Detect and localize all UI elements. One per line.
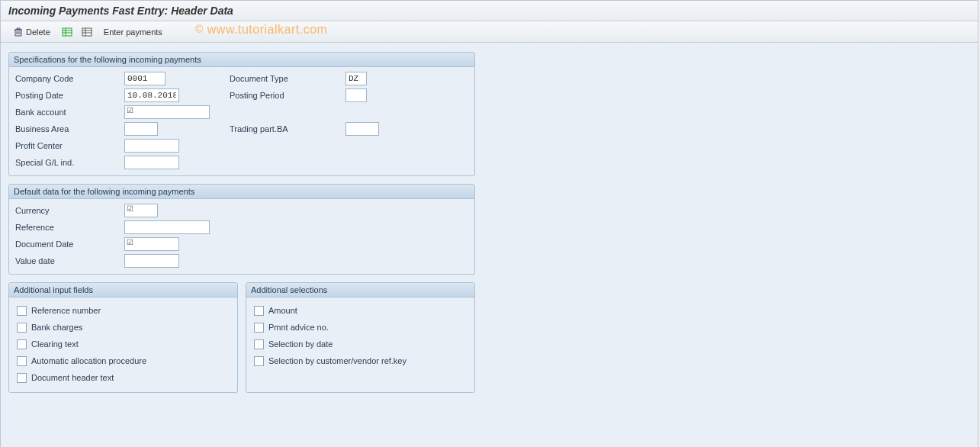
selection-by-date-checkbox-label: Selection by date	[268, 339, 333, 349]
posting-date-label: Posting Date	[14, 91, 124, 100]
clearing-text-checkbox-label: Clearing text	[31, 339, 79, 349]
selection-by-customer-vendor-checkbox[interactable]	[254, 356, 264, 366]
currency-input[interactable]	[124, 204, 158, 217]
toolbar-icon-button-1[interactable]	[59, 25, 75, 39]
delete-button[interactable]: Delete	[8, 25, 55, 39]
grid-green-icon	[62, 27, 72, 37]
group-specifications-header: Specifications for the following incomin…	[9, 53, 474, 67]
value-date-label: Value date	[14, 256, 124, 265]
document-header-text-checkbox[interactable]	[17, 373, 27, 383]
document-date-label: Document Date	[14, 240, 124, 249]
company-code-label: Company Code	[14, 74, 124, 83]
business-area-label: Business Area	[14, 124, 124, 133]
selection-by-customer-vendor-checkbox-label: Selection by customer/vendor ref.key	[268, 356, 406, 365]
reference-input[interactable]	[124, 220, 210, 234]
bank-account-input[interactable]	[124, 105, 210, 119]
business-area-input[interactable]	[124, 122, 158, 136]
watermark-text: © www.tutorialkart.com	[195, 23, 327, 37]
bank-charges-checkbox[interactable]	[17, 323, 27, 333]
pmnt-advice-no-checkbox-label: Pmnt advice no.	[268, 323, 329, 332]
amount-checkbox[interactable]	[254, 306, 264, 316]
enter-payments-label: Enter payments	[104, 27, 162, 37]
grid-icon	[82, 27, 92, 37]
trading-part-ba-input[interactable]	[345, 122, 379, 136]
trading-part-ba-label: Trading part.BA	[230, 124, 345, 133]
posting-date-input[interactable]	[124, 88, 179, 102]
toolbar-icon-button-2[interactable]	[79, 25, 95, 39]
svg-rect-0	[63, 28, 72, 36]
delete-button-label: Delete	[26, 27, 50, 37]
reference-number-checkbox-label: Reference number	[31, 306, 101, 315]
group-additional-selections-header: Additional selections	[246, 283, 474, 297]
bank-charges-checkbox-label: Bank charges	[31, 323, 82, 332]
page-title: Incoming Payments Fast Entry: Header Dat…	[1, 1, 978, 21]
special-gl-label: Special G/L ind.	[14, 158, 124, 167]
svg-rect-4	[82, 28, 92, 36]
content-area: Specifications for the following incomin…	[1, 43, 978, 447]
profit-center-input[interactable]	[124, 139, 179, 153]
automatic-allocation-checkbox[interactable]	[17, 356, 27, 366]
group-default-data: Default data for the following incoming …	[8, 184, 475, 275]
bank-account-label: Bank account	[14, 108, 124, 117]
value-date-input[interactable]	[124, 254, 179, 268]
group-additional-input-fields-header: Additional input fields	[9, 283, 237, 297]
currency-label: Currency	[14, 206, 124, 215]
group-default-data-header: Default data for the following incoming …	[9, 185, 474, 199]
pmnt-advice-no-checkbox[interactable]	[254, 323, 264, 333]
posting-period-input[interactable]	[345, 88, 367, 102]
clearing-text-checkbox[interactable]	[17, 339, 27, 349]
automatic-allocation-checkbox-label: Automatic allocation procedure	[31, 356, 146, 365]
selection-by-date-checkbox[interactable]	[254, 339, 264, 349]
document-header-text-checkbox-label: Document header text	[31, 373, 114, 382]
special-gl-input[interactable]	[124, 156, 179, 169]
document-date-input[interactable]	[124, 237, 179, 251]
group-additional-input-fields: Additional input fields Reference number…	[8, 282, 238, 393]
company-code-input[interactable]	[124, 72, 165, 85]
toolbar: Delete Enter payments © www.tutorialkart…	[1, 21, 978, 43]
amount-checkbox-label: Amount	[268, 306, 297, 315]
group-specifications: Specifications for the following incomin…	[8, 52, 475, 176]
reference-number-checkbox[interactable]	[17, 306, 27, 316]
reference-label: Reference	[14, 223, 124, 232]
group-additional-selections: Additional selections Amount Pmnt advice…	[246, 282, 475, 393]
enter-payments-button[interactable]: Enter payments	[99, 26, 167, 38]
document-type-input[interactable]	[345, 72, 367, 85]
trash-icon	[13, 27, 24, 37]
document-type-label: Document Type	[230, 74, 345, 83]
profit-center-label: Profit Center	[14, 141, 124, 150]
posting-period-label: Posting Period	[230, 91, 345, 100]
